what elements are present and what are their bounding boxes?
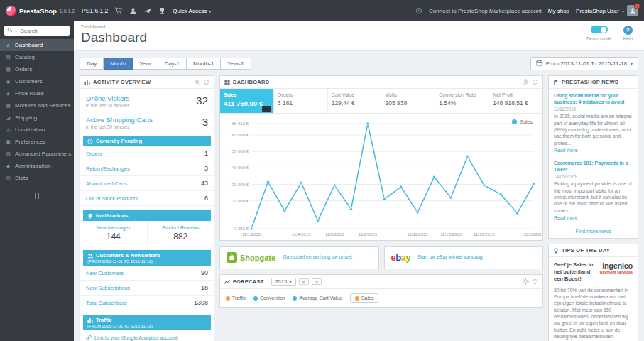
quick-access-menu[interactable]: Quick Access ▾ [173, 8, 211, 14]
read-more-link[interactable]: Read more [554, 215, 578, 220]
kpi-visits[interactable]: Visits 205 939 [381, 89, 435, 113]
active-carts-stat: Active Shopping Carts in the last 30 min… [80, 110, 214, 131]
panel-title: TIPS OF THE DAY [562, 247, 610, 254]
sidebar-item-stats[interactable]: ▥ Stats [0, 172, 74, 184]
sidebar-item-orders[interactable]: ▦ Orders [0, 63, 74, 75]
refresh-icon[interactable] [532, 79, 538, 85]
range-button-year-1[interactable]: Year-1 [221, 58, 251, 70]
sidebar-item-administration[interactable]: ◆ Administration [0, 160, 74, 172]
sidebar-item-advanced-parameters[interactable]: ▨ Advanced Parameters [0, 148, 74, 160]
chart-legend-dot [512, 119, 517, 124]
range-button-day-1[interactable]: Day-1 [158, 58, 187, 70]
main-content: Dashboard Dashboard Demo mode ? Help Day… [74, 21, 644, 341]
total-subscribers-row[interactable]: Total Subscribers 1308 [80, 296, 214, 310]
messages-icon[interactable] [143, 7, 152, 15]
range-button-day[interactable]: Day [80, 58, 104, 70]
notification-dot [634, 3, 640, 9]
sidebar-item-shipping[interactable]: ◢ Shipping [0, 112, 74, 124]
out-of-stock-row[interactable]: Out of Stock Products 6 [80, 191, 214, 206]
find-more-news-link[interactable]: Find more news [549, 224, 638, 238]
chevron-down-icon: ▾ [622, 9, 624, 13]
next-year-button[interactable]: » [312, 278, 322, 285]
chart-legend[interactable]: Sales [512, 119, 533, 124]
toggle-sales[interactable]: Sales [350, 293, 379, 303]
kpi-sales[interactable]: Sales 411 759,00 € [220, 89, 274, 113]
section-title: Currently Pending [96, 138, 142, 144]
my-shop-link[interactable]: My shop [548, 8, 569, 14]
sidebar-item-dashboard[interactable]: ⌂ Dashboard [0, 39, 74, 51]
news-article-link[interactable]: Ecommerce 101: Payments in a Tweet [554, 160, 633, 173]
trophy-icon[interactable] [158, 7, 166, 15]
user-menu[interactable]: PrestaShop User ▾ [576, 5, 638, 16]
google-analytics-link[interactable]: Link to your Google Analytics account [80, 330, 214, 341]
gear-icon[interactable] [523, 278, 529, 285]
search-scope-caret-icon[interactable]: ▾ [15, 28, 17, 33]
active-carts-link[interactable]: Active Shopping Carts [86, 116, 153, 124]
gear-icon[interactable] [194, 79, 200, 85]
customers-topbar-icon[interactable] [129, 7, 137, 15]
search-input[interactable] [19, 27, 63, 35]
toggle-average-cart-value[interactable]: Average Cart Value [293, 296, 342, 301]
range-button-year[interactable]: Year [133, 58, 158, 70]
refresh-icon[interactable] [532, 278, 538, 285]
activity-icon [84, 80, 90, 85]
kpi-net-profit[interactable]: Net Profit 148 918,51 € [489, 89, 542, 113]
orders-icon: ▦ [5, 67, 11, 72]
kpi-conversion-rate[interactable]: Conversion Rate 1.54% [435, 89, 489, 113]
range-button-month[interactable]: Month [104, 58, 133, 70]
breadcrumb[interactable]: Dashboard [81, 24, 637, 29]
date-range-picker[interactable]: From 2015-11-01 To 2015-11-18 ▾ [530, 57, 638, 70]
forecast-legend: Traffic Conversion Average Cart Value [220, 289, 542, 307]
section-title: Notifications [96, 212, 128, 219]
range-button-month-1[interactable]: Month-1 [187, 58, 221, 70]
avatar[interactable] [627, 5, 638, 16]
news-article-link[interactable]: Using social media for your business: 4 … [554, 92, 633, 105]
help-icon[interactable]: ? [623, 26, 633, 35]
sidebar-item-localization[interactable]: ◎ Localization [0, 124, 74, 136]
help-label[interactable]: Help [623, 36, 633, 41]
pending-orders-row[interactable]: Orders 1 [80, 146, 214, 161]
ebay-link[interactable]: Start uw eBay-winkel vandaag [417, 254, 482, 261]
gear-icon[interactable] [523, 79, 529, 85]
notifications-header: Notifications [83, 210, 211, 221]
kpi-orders[interactable]: Orders 3 181 [274, 89, 328, 113]
online-visitors-link[interactable]: Online Visitors [86, 94, 129, 102]
kpi-cart-value[interactable]: Cart Value 129,44 € [328, 89, 382, 113]
sidebar-search[interactable]: ▾ [4, 26, 70, 36]
prev-year-button[interactable]: « [299, 278, 309, 285]
sidebar-item-catalog[interactable]: ▤ Catalog [0, 51, 74, 63]
sidebar-item-modules[interactable]: ▩ Modules and Services [0, 99, 74, 112]
marketplace-link[interactable]: Connect to PrestaShop Marketplace accoun… [429, 8, 542, 14]
svg-text:11/11/2015: 11/11/2015 [408, 232, 429, 237]
toggle-traffic[interactable]: Traffic [226, 296, 246, 301]
demo-mode-toggle[interactable] [591, 26, 608, 33]
sidebar-item-price-rules[interactable]: ◈ Price Rules [0, 87, 74, 99]
traffic-dot-icon [226, 296, 230, 301]
marketplace-icon [415, 7, 422, 14]
orders-cart-icon[interactable] [114, 7, 123, 15]
user-name-label: PrestaShop User [576, 8, 619, 14]
new-subscriptions-row[interactable]: New Subscriptions 18 [80, 281, 214, 296]
toggle-conversion[interactable]: Conversion [253, 296, 285, 301]
svg-text:40 000 €: 40 000 € [232, 166, 249, 170]
read-more-link[interactable]: Read more [554, 148, 578, 153]
year-select[interactable]: 2015 ▾ [271, 278, 296, 286]
collapse-sidebar-button[interactable] [0, 190, 74, 202]
notifications-grid: New Messages 144 Product Reviews 882 [80, 221, 214, 246]
new-customers-row[interactable]: New Customers 90 [80, 266, 214, 281]
product-reviews-cell[interactable]: Product Reviews 882 [148, 221, 214, 246]
refresh-icon[interactable] [203, 79, 209, 85]
sidebar: ▾ ⌂ Dashboard ▤ Catalog ▦ Orders ◉ Custo… [0, 21, 74, 341]
prestashop-logo[interactable]: PrestaShop 1.6.1.2 [6, 6, 75, 16]
sidebar-item-label: Preferences [15, 139, 45, 145]
sidebar-item-preferences[interactable]: ▣ Preferences [0, 136, 74, 148]
pending-returns-row[interactable]: Return/Exchanges 3 [80, 161, 214, 176]
tip-content: Geef je Sales in het buitenland een Boos… [549, 257, 638, 341]
bell-icon [87, 213, 93, 219]
chevron-down-icon: ▾ [209, 9, 211, 13]
sidebar-item-customers[interactable]: ◉ Customers [0, 75, 74, 87]
news-article: Using social media for your business: 4 … [549, 89, 638, 156]
shopgate-link[interactable]: Ga mobiel en verhoog uw omzet [283, 254, 352, 261]
abandoned-carts-row[interactable]: Abandoned Carts 43 [80, 176, 214, 191]
new-messages-cell[interactable]: New Messages 144 [80, 221, 148, 246]
